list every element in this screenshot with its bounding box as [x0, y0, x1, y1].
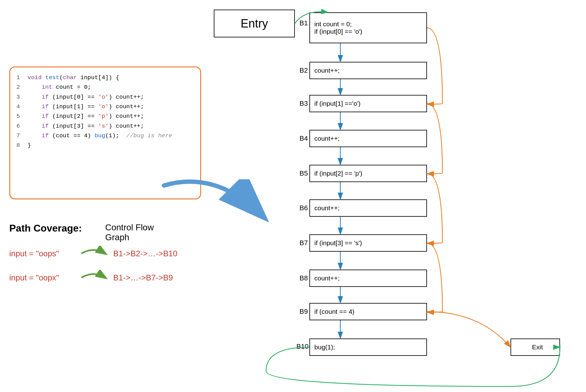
b1-line1: int count = 0;	[314, 20, 352, 28]
b3-text: if (input[1] =='o')	[314, 100, 360, 107]
path-input-1: input = "oops"	[9, 249, 74, 258]
code-box: 1 void test(char input[4]) { 2 int count…	[9, 66, 201, 199]
entry-label: Entry	[241, 17, 268, 30]
b4-label: B4	[299, 134, 308, 143]
code-line-6: 6 if (input[3] == 's') count++;	[16, 121, 194, 131]
path-result-1: B1->B2->…->B10	[113, 249, 177, 258]
block-b4: count++;	[309, 130, 427, 147]
b1-line2: if (input[0] == 'o')	[314, 28, 362, 35]
code-line-1: 1 void test(char input[4]) {	[16, 73, 194, 83]
code-line-2: 2 int count = 0;	[16, 83, 194, 92]
path-arrow-1	[80, 246, 108, 261]
code-line-3: 3 if (input[0] == 'o') count++;	[16, 92, 194, 102]
path-result-2: B1->…->B7->B9	[113, 273, 173, 283]
path-arrow-2	[80, 270, 108, 285]
b10-text: bug(1);	[314, 343, 335, 351]
b3-label: B3	[299, 100, 308, 108]
b4-text: count++;	[314, 135, 340, 142]
b2-label: B2	[299, 66, 308, 75]
path-coverage-title: Path Coverage:	[9, 223, 82, 234]
b6-label: B6	[299, 204, 308, 212]
code-line-7: 7 if (cout == 4) bug(1); //bug is here	[16, 131, 194, 141]
code-line-4: 4 if (input[1] == 'o') count++;	[16, 102, 194, 112]
exit-label: Exit	[532, 343, 543, 351]
path-input-2: input = "oopx"	[9, 273, 74, 283]
b10-label: B10	[296, 343, 308, 351]
path-row-2: input = "oopx" B1->…->B7->B9	[9, 270, 177, 285]
b9-label: B9	[299, 308, 308, 316]
block-b10: bug(1);	[309, 339, 427, 356]
block-b2: count++;	[309, 62, 427, 79]
block-b5: if (input[2] == 'p')	[309, 165, 427, 182]
b9-text: if (count == 4)	[314, 308, 355, 315]
b6-text: count++;	[314, 204, 340, 212]
block-b3: if (input[1] =='o')	[309, 95, 427, 112]
exit-box: Exit	[511, 339, 560, 356]
b2-text: count++;	[314, 67, 340, 74]
b5-text: if (input[2] == 'p')	[314, 170, 362, 177]
code-line-5: 5 if (input[2] == 'p') count++;	[16, 112, 194, 121]
block-b7: if (input[3] == 's')	[309, 234, 427, 252]
entry-box: Entry	[214, 10, 295, 37]
b8-text: count++;	[314, 275, 340, 282]
code-line-8: 8 }	[16, 141, 194, 150]
b1-label: B1	[299, 19, 308, 27]
block-b6: count++;	[309, 199, 427, 217]
b7-label: B7	[299, 239, 308, 247]
path-coverage-section: Path Coverage: Control Flow Graph input …	[9, 223, 177, 285]
b7-text: if (input[3] == 's')	[314, 239, 362, 247]
b5-label: B5	[299, 169, 308, 177]
block-b9: if (count == 4)	[309, 303, 427, 320]
path-row-1: input = "oops" B1->B2->…->B10	[9, 246, 177, 261]
block-b8: count++;	[309, 270, 427, 287]
b8-label: B8	[299, 274, 308, 282]
block-b1: int count = 0; if (input[0] == 'o')	[309, 12, 427, 43]
cfg-subtitle: Control Flow Graph	[105, 223, 177, 242]
